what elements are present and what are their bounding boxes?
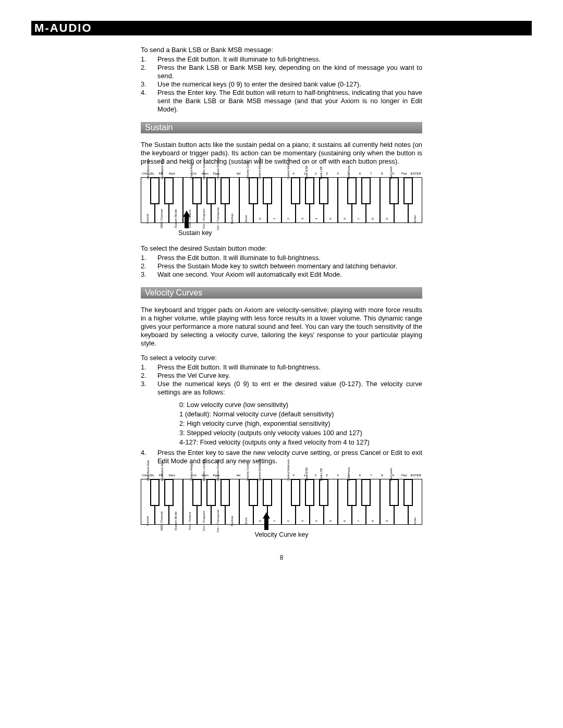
- keyboard-diagram-sustain: CANCELPBModCtrlMemPgmVel0123456789PadENT…: [141, 172, 422, 226]
- kb-top-label: 3: [322, 172, 332, 176]
- kb-top-label: 7: [366, 474, 376, 478]
- black-key: Pitch Bend Rate: [150, 177, 160, 204]
- black-key: Control Minimum: [291, 177, 300, 204]
- white-key-label: 2: [287, 218, 291, 219]
- black-key-label: Modulation Rate: [161, 460, 164, 481]
- black-key-label: MIDI Panic: [347, 467, 351, 481]
- kb-top-label: Pad: [399, 474, 409, 478]
- kb-top-label: [178, 172, 188, 176]
- kb-top-label: ENTER: [411, 474, 421, 478]
- black-key: Control Assign: [192, 177, 202, 204]
- white-key-label: 6: [343, 520, 347, 522]
- black-key-label: Control Assign: [190, 161, 193, 179]
- black-key: Bank LSB: [319, 479, 328, 506]
- bank-intro: To send a Bank LSB or Bank MSB message:: [141, 46, 422, 54]
- black-key: Memory Location: [206, 479, 216, 506]
- white-key-label: 7: [357, 218, 361, 219]
- white-key-label: 8: [371, 520, 375, 522]
- black-key: [361, 479, 371, 506]
- page-content: To send a Bank LSB or Bank MSB message: …: [31, 46, 532, 562]
- kb-top-label: 8: [377, 474, 387, 478]
- black-key-label: Control Assign: [190, 463, 193, 481]
- white-key-label: 5: [329, 520, 333, 522]
- white-key-label: 9: [385, 218, 389, 219]
- black-key-label: Program Change: [216, 459, 220, 481]
- black-key: Bank MSB: [305, 479, 314, 506]
- kb-top-label: Mod: [167, 474, 177, 478]
- black-key-label: Velocity Curve: [246, 463, 250, 481]
- section-heading-velocity: Velocity Curves: [141, 287, 422, 299]
- velocity-sub: 2: High velocity curve (high, exponentia…: [179, 419, 422, 428]
- black-key-label: MIDI Panic: [347, 165, 351, 179]
- bank-step: Press the Bank LSB or Bank MSB key, depe…: [157, 64, 422, 80]
- black-key: Program Change: [221, 177, 230, 204]
- black-key: Velocity Curve: [249, 479, 258, 506]
- black-key: [403, 177, 413, 204]
- black-key: Bank LSB: [319, 177, 328, 204]
- black-key-label: Modulation Rate: [161, 158, 164, 179]
- black-key-label: Pad Learn: [389, 468, 393, 481]
- white-key-label: Oct – Transpose: [216, 509, 221, 532]
- kb-top-label: 4: [333, 474, 342, 478]
- page-number: 8: [141, 554, 422, 562]
- kb-top-label: 8: [377, 172, 387, 176]
- kb-top-label: 3: [322, 474, 332, 478]
- black-key: Pitch Bend Rate: [150, 479, 160, 506]
- black-key: Pad Learn: [389, 479, 399, 506]
- white-key-label: Backup: [230, 515, 235, 526]
- velocity-step: Press the Vel Curve key.: [157, 372, 422, 380]
- black-key-label: Control Minimum: [287, 157, 290, 179]
- white-key-label: 3: [301, 520, 305, 522]
- white-key-label: Oct – Program: [202, 209, 206, 229]
- black-key-label: Program Change: [216, 157, 220, 179]
- black-key: MIDI Panic: [347, 177, 357, 204]
- white-key-label: 4: [315, 520, 319, 522]
- white-key-label: Oct – Octave: [188, 512, 192, 530]
- white-key-label: 5: [329, 218, 333, 219]
- black-key: Pad Learn: [389, 177, 399, 204]
- white-key-label: 1: [273, 218, 277, 219]
- velocity-steps-cont: 4.Press the Enter key to save the new ve…: [141, 449, 422, 465]
- bank-step: Press the Edit button. It will illuminat…: [157, 55, 422, 64]
- velocity-step: Press the Edit button. It will illuminat…: [157, 363, 422, 372]
- white-key-label: MIDI Channel: [160, 511, 164, 530]
- white-key-label: 6: [343, 218, 347, 219]
- white-key-label: MIDI Channel: [160, 209, 164, 229]
- black-key-label: Bank LSB: [320, 166, 323, 179]
- black-key-label: Pitch Bend Rate: [146, 158, 150, 179]
- black-key: MIDI Panic: [347, 479, 357, 506]
- black-key-label: Pad Learn: [389, 166, 393, 179]
- kb-top-label: 7: [366, 172, 376, 176]
- black-key: Program Change: [221, 479, 230, 506]
- velocity-diagram-caption: Velocity Curve key: [141, 531, 422, 539]
- white-key-label: Oct – Program: [202, 511, 206, 531]
- velocity-step: Use the numerical keys (0 9) to ent er t…: [157, 380, 422, 397]
- black-key: Control Maximum: [263, 479, 272, 506]
- black-key-label: Control Minimum: [287, 460, 290, 482]
- velocity-steps-intro: To select a velocity curve:: [141, 354, 422, 362]
- kb-top-label: 6: [356, 474, 365, 478]
- kb-top-label: 6: [356, 172, 365, 176]
- velocity-sub: 4-127: Fixed velocity (outputs only a fi…: [179, 438, 422, 447]
- black-key-label: Memory Location: [202, 157, 206, 179]
- velocity-para: The keyboard and trigger pads on Axiom a…: [141, 306, 422, 348]
- black-key: [361, 177, 371, 204]
- white-key-label: 0: [259, 520, 263, 522]
- black-key-label: Bank MSB: [305, 166, 309, 179]
- keyboard-diagram-velocity: CANCELPBModCtrlMemPgmVel0123456789PadENT…: [141, 474, 422, 528]
- black-key: [403, 479, 413, 506]
- black-key-label: Control Maximum: [258, 157, 262, 179]
- white-key-label: Store: [244, 215, 249, 223]
- sustain-para: The Sustain button acts like the sustain…: [141, 141, 422, 166]
- black-key: Velocity Curve: [249, 177, 258, 204]
- bank-step: Use the numerical keys (0 9) to enter th…: [157, 80, 422, 89]
- kb-top-label: [178, 474, 188, 478]
- kb-top-label: [267, 172, 276, 176]
- black-key: Control Maximum: [263, 177, 272, 204]
- sustain-step: Wait one second. Your Axiom will automat…: [157, 270, 422, 279]
- white-key-label: Enter: [413, 517, 418, 524]
- white-key-label: 8: [371, 218, 375, 219]
- black-key: Control Assign: [192, 479, 202, 506]
- black-key: Modulation Rate: [164, 177, 174, 204]
- velocity-sub: 3: Stepped velocity (outputs only veloci…: [179, 429, 422, 437]
